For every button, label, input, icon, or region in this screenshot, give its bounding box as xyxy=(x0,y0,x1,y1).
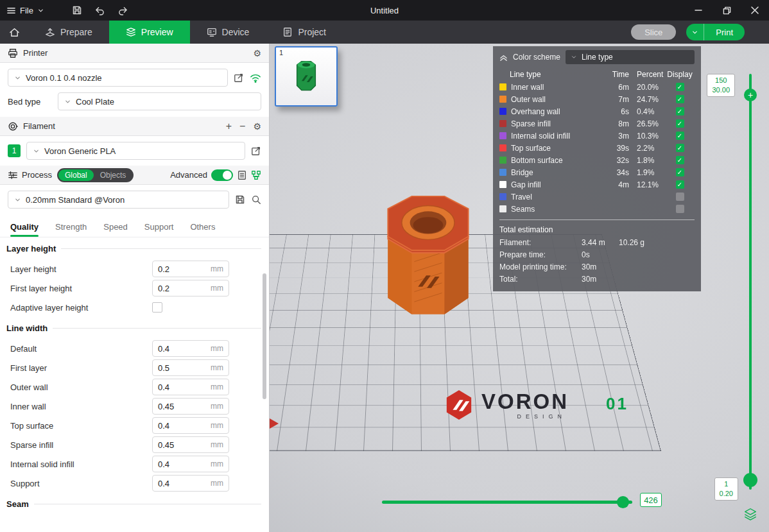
bed-type-select[interactable]: Cool Plate xyxy=(58,92,261,110)
section-line-width: Line width xyxy=(0,317,269,339)
move-slider-handle[interactable] xyxy=(617,496,629,508)
layer-slider-top-handle[interactable]: + xyxy=(744,89,757,101)
line-width-sparse-infill-input[interactable]: 0.45mm xyxy=(152,436,229,453)
sidebar-scrollbar[interactable] xyxy=(263,273,266,399)
file-menu-button[interactable]: File xyxy=(0,0,51,21)
display-checkbox[interactable] xyxy=(676,168,684,176)
edit-printer-button[interactable] xyxy=(234,73,244,83)
maximize-button[interactable] xyxy=(713,0,741,21)
add-filament-button[interactable]: + xyxy=(226,121,232,132)
layer-slider-bottom-handle[interactable] xyxy=(743,473,757,487)
display-checkbox[interactable] xyxy=(676,180,684,189)
display-checkbox[interactable] xyxy=(676,95,684,103)
display-checkbox[interactable] xyxy=(676,144,684,152)
line-width-inner-wall-input[interactable]: 0.45mm xyxy=(152,398,229,415)
line-width-support-input[interactable]: 0.4mm xyxy=(152,475,229,492)
titlebar: File Untitled xyxy=(0,0,769,21)
display-checkbox[interactable] xyxy=(676,193,684,201)
legend-row: Overhang wall6s0.4% xyxy=(499,105,695,117)
sliced-model-object[interactable] xyxy=(359,193,494,337)
param-row: Inner wall 0.45mm xyxy=(0,397,269,416)
tab-prepare[interactable]: Prepare xyxy=(28,21,109,44)
print-button[interactable]: Print xyxy=(704,28,745,37)
line-width-outer-wall-input[interactable]: 0.4mm xyxy=(152,379,229,395)
display-checkbox[interactable] xyxy=(676,156,684,164)
line-type-swatch xyxy=(499,96,506,103)
process-preset-select[interactable]: 0.20mm Standard @Voron xyxy=(8,191,229,209)
close-button[interactable] xyxy=(741,0,769,21)
filament-icon xyxy=(8,121,18,132)
printer-connection-button[interactable] xyxy=(250,73,261,83)
legend-row: Gap infill4m12.1% xyxy=(499,178,695,191)
tab-support[interactable]: Support xyxy=(144,222,174,237)
plate-front-marker xyxy=(270,418,279,429)
line-type-swatch xyxy=(499,157,506,164)
legend-row: Top surface39s2.2% xyxy=(499,142,695,154)
adaptive-layer-height-checkbox[interactable] xyxy=(152,302,162,313)
printer-preset-select[interactable]: Voron 0.1 0.4 nozzle xyxy=(8,69,228,87)
printer-icon xyxy=(8,48,18,58)
hamburger-icon xyxy=(6,6,16,15)
advanced-toggle[interactable] xyxy=(211,169,233,181)
line-width-default-input[interactable]: 0.4mm xyxy=(152,340,229,357)
display-checkbox[interactable] xyxy=(676,132,684,140)
slice-button[interactable]: Slice xyxy=(631,24,676,40)
print-options-button[interactable] xyxy=(686,24,704,40)
param-row: First layer height 0.2 mm xyxy=(0,279,269,298)
save-button[interactable] xyxy=(67,3,87,18)
move-slider-track[interactable] xyxy=(382,501,632,504)
line-width-internal-solid-infill-input[interactable]: 0.4mm xyxy=(152,456,229,472)
chevron-down-icon xyxy=(64,98,71,105)
filament-section-header: Filament + − ⚙ xyxy=(0,117,269,136)
legend-row: Travel xyxy=(499,191,695,203)
home-icon xyxy=(9,27,20,38)
line-width-first-layer-input[interactable]: 0.5mm xyxy=(152,359,229,376)
preview-3d-viewport[interactable]: 1 xyxy=(270,44,769,532)
display-checkbox[interactable] xyxy=(676,205,684,213)
scope-global-option[interactable]: Global xyxy=(58,169,94,181)
layer-height-input[interactable]: 0.2 mm xyxy=(152,261,229,277)
tab-project[interactable]: Project xyxy=(266,21,343,44)
edit-filament-button[interactable] xyxy=(251,146,261,156)
tab-strength[interactable]: Strength xyxy=(55,222,87,237)
device-icon xyxy=(207,27,217,37)
wifi-icon xyxy=(250,73,261,83)
compare-presets-button[interactable] xyxy=(237,170,247,180)
tab-preview[interactable]: Preview xyxy=(109,21,190,44)
minimize-button[interactable] xyxy=(684,0,713,21)
filament-preset-select[interactable]: Voron Generic PLA xyxy=(26,142,245,160)
layers-view-button[interactable] xyxy=(743,507,757,524)
filament-settings-button[interactable]: ⚙ xyxy=(253,121,261,132)
printer-settings-button[interactable]: ⚙ xyxy=(253,48,261,58)
chevron-down-icon xyxy=(33,148,40,155)
bed-type-label: Bed type xyxy=(8,97,51,107)
save-preset-button[interactable] xyxy=(235,194,245,205)
collapse-up-icon xyxy=(499,53,508,62)
process-icon xyxy=(8,170,18,180)
param-label: Adaptive layer height xyxy=(10,303,152,313)
home-button[interactable] xyxy=(0,21,28,44)
tab-speed[interactable]: Speed xyxy=(103,222,128,237)
line-width-top-surface-input[interactable]: 0.4mm xyxy=(152,417,229,434)
redo-button[interactable] xyxy=(114,3,133,18)
line-type-swatch xyxy=(499,205,506,212)
layer-slider-track[interactable] xyxy=(749,74,752,490)
tab-others[interactable]: Others xyxy=(190,222,215,237)
move-slider[interactable] xyxy=(382,496,632,508)
parameter-tree-button[interactable] xyxy=(251,170,261,180)
plate-thumbnail[interactable]: 1 xyxy=(275,46,338,107)
tab-device[interactable]: Device xyxy=(190,21,266,44)
line-type-swatch xyxy=(499,120,506,127)
edit-icon xyxy=(251,146,261,156)
scope-objects-option[interactable]: Objects xyxy=(94,169,133,181)
color-scheme-select[interactable]: Line type xyxy=(566,50,695,64)
collapse-legend-button[interactable] xyxy=(499,53,508,62)
display-checkbox[interactable] xyxy=(676,107,684,116)
search-params-button[interactable] xyxy=(251,194,261,205)
remove-filament-button[interactable]: − xyxy=(239,121,245,132)
undo-button[interactable] xyxy=(91,3,110,18)
display-checkbox[interactable] xyxy=(676,119,684,128)
tab-quality[interactable]: Quality xyxy=(10,222,39,237)
display-checkbox[interactable] xyxy=(676,83,684,91)
first-layer-height-input[interactable]: 0.2 mm xyxy=(152,280,229,296)
